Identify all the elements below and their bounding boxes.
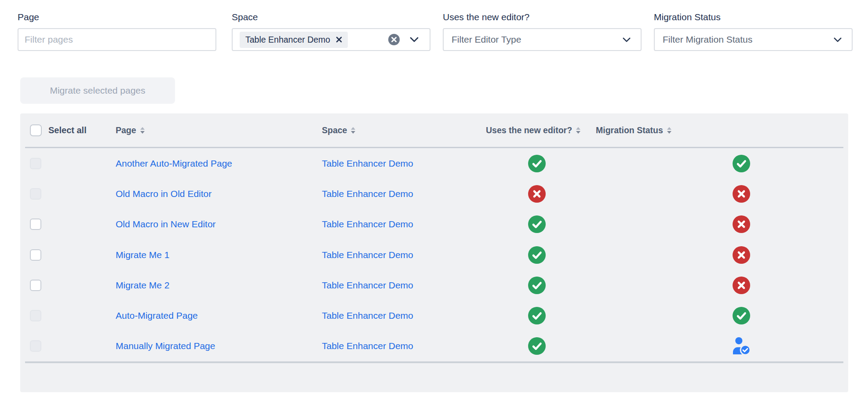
page-migration-screen: Page Space Table Enhancer Demo <box>0 0 868 408</box>
table-row: Old Macro in Old Editor Table Enhancer D… <box>25 178 843 209</box>
row-checkbox <box>30 188 41 200</box>
space-link[interactable]: Table Enhancer Demo <box>322 219 413 229</box>
row-checkbox[interactable] <box>30 280 41 291</box>
pages-table: Select all Page Space Uses the new edito… <box>20 113 848 392</box>
status-yes-icon <box>528 246 546 264</box>
editor-filter-select[interactable]: Filter Editor Type <box>443 28 642 51</box>
table-row: Migrate Me 1 Table Enhancer Demo <box>25 240 843 270</box>
column-header-editor-label: Uses the new editor? <box>486 125 572 135</box>
space-link[interactable]: Table Enhancer Demo <box>322 158 413 168</box>
editor-filter-label: Uses the new editor? <box>443 11 642 23</box>
status-no-icon <box>528 185 546 203</box>
sort-icon[interactable] <box>351 127 355 134</box>
status-not-migrated-icon <box>732 276 751 295</box>
status-not-migrated-icon <box>732 185 751 203</box>
editor-filter-placeholder: Filter Editor Type <box>452 34 622 45</box>
migration-filter-placeholder: Filter Migration Status <box>663 34 833 45</box>
page-link[interactable]: Another Auto-Migrated Page <box>116 158 232 168</box>
space-filter-select[interactable]: Table Enhancer Demo <box>232 28 430 51</box>
column-header-space[interactable]: Space <box>322 125 486 135</box>
table-bottom-divider <box>25 361 843 363</box>
page-link[interactable]: Migrate Me 1 <box>116 250 170 260</box>
column-header-editor[interactable]: Uses the new editor? <box>486 125 596 135</box>
space-tag-label: Table Enhancer Demo <box>245 35 330 45</box>
status-yes-icon <box>528 154 546 173</box>
row-checkbox[interactable] <box>30 249 41 261</box>
status-migrated-icon <box>732 306 751 325</box>
status-manually-migrated-icon <box>732 337 751 355</box>
select-all-label: Select all <box>48 125 87 135</box>
migration-filter-select[interactable]: Filter Migration Status <box>654 28 853 51</box>
status-yes-icon <box>528 276 546 295</box>
migrate-selected-button[interactable]: Migrate selected pages <box>20 77 175 104</box>
page-link[interactable]: Old Macro in Old Editor <box>116 189 212 199</box>
page-link[interactable]: Migrate Me 2 <box>116 280 170 290</box>
tag-remove-icon[interactable] <box>336 36 342 43</box>
space-filter-label: Space <box>232 11 430 23</box>
status-yes-icon <box>528 215 546 233</box>
clear-all-icon[interactable] <box>388 34 400 45</box>
migration-filter-label: Migration Status <box>654 11 853 23</box>
table-row: Another Auto-Migrated Page Table Enhance… <box>25 148 843 178</box>
sort-icon[interactable] <box>140 127 145 134</box>
space-selected-tag: Table Enhancer Demo <box>240 32 348 48</box>
row-checkbox[interactable] <box>30 219 41 230</box>
status-yes-icon <box>528 306 546 325</box>
column-header-space-label: Space <box>322 125 347 135</box>
space-link[interactable]: Table Enhancer Demo <box>322 310 413 321</box>
table-row: Migrate Me 2 Table Enhancer Demo <box>25 270 843 300</box>
table-header-row: Select all Page Space Uses the new edito… <box>25 113 843 148</box>
row-checkbox <box>30 340 41 352</box>
row-checkbox <box>30 158 41 169</box>
status-not-migrated-icon <box>732 215 751 233</box>
column-header-migration[interactable]: Migration Status <box>596 125 843 135</box>
status-yes-icon <box>528 337 546 355</box>
sort-icon[interactable] <box>576 127 580 134</box>
editor-filter-group: Uses the new editor? Filter Editor Type <box>443 11 642 51</box>
space-link[interactable]: Table Enhancer Demo <box>322 280 413 290</box>
page-filter-label: Page <box>18 11 216 23</box>
table-body: Another Auto-Migrated Page Table Enhance… <box>25 148 843 361</box>
editor-dropdown-chevron-icon[interactable] <box>622 37 631 43</box>
page-link[interactable]: Auto-Migrated Page <box>116 310 198 321</box>
space-dropdown-chevron-icon[interactable] <box>409 36 419 43</box>
table-row: Auto-Migrated Page Table Enhancer Demo <box>25 300 843 331</box>
space-link[interactable]: Table Enhancer Demo <box>322 250 413 260</box>
status-not-migrated-icon <box>732 246 751 264</box>
page-filter-input[interactable] <box>18 28 216 51</box>
migration-filter-group: Migration Status Filter Migration Status <box>654 11 853 51</box>
page-filter-group: Page <box>18 11 216 51</box>
table-row: Manually Migrated Page Table Enhancer De… <box>25 331 843 361</box>
column-header-page[interactable]: Page <box>116 125 322 135</box>
column-header-page-label: Page <box>116 125 136 135</box>
row-checkbox <box>30 310 41 321</box>
migration-dropdown-chevron-icon[interactable] <box>833 37 842 43</box>
status-migrated-icon <box>732 154 751 173</box>
table-row: Old Macro in New Editor Table Enhancer D… <box>25 209 843 240</box>
column-header-migration-label: Migration Status <box>596 125 663 135</box>
space-filter-group: Space Table Enhancer Demo <box>232 11 430 51</box>
page-link[interactable]: Manually Migrated Page <box>116 341 215 351</box>
select-all-checkbox[interactable] <box>30 124 42 136</box>
sort-icon[interactable] <box>667 127 671 134</box>
space-link[interactable]: Table Enhancer Demo <box>322 189 413 199</box>
space-link[interactable]: Table Enhancer Demo <box>322 341 413 351</box>
page-link[interactable]: Old Macro in New Editor <box>116 219 216 229</box>
